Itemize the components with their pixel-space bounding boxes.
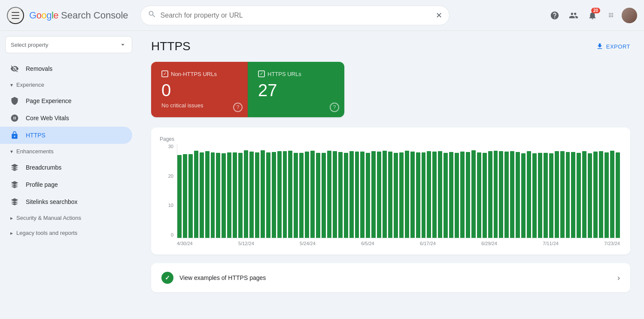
property-label: Select property: [11, 42, 48, 48]
avatar[interactable]: [622, 8, 637, 23]
https-card: HTTPS URLs 27 ?: [248, 62, 344, 117]
chart-bar: [560, 151, 565, 238]
page-title: HTTPS: [151, 39, 191, 53]
property-selector[interactable]: Select property: [5, 36, 132, 53]
non-https-label: Non-HTTPS URLs: [161, 70, 237, 77]
chart-bar: [455, 153, 459, 238]
chart-bar: [488, 151, 492, 238]
chart-bar: [294, 153, 298, 238]
chart-bar: [405, 151, 409, 238]
notifications-button[interactable]: 20: [584, 7, 601, 24]
non-https-card: Non-HTTPS URLs 0 No critical issues ?: [151, 62, 248, 117]
chart-bar: [471, 150, 476, 238]
chart-x-axis: 4/30/24 5/12/24 5/24/24 6/5/24 6/17/24 6…: [177, 238, 620, 246]
https-label: HTTPS URLs: [258, 70, 334, 77]
bottom-card-text: View examples of HTTPS pages: [179, 274, 611, 281]
chart-bar: [272, 152, 276, 238]
chart-bar: [316, 153, 320, 238]
sidebar-item-removals[interactable]: Removals: [0, 60, 132, 77]
chart-bar: [371, 151, 376, 238]
sidebar-section-enhancements[interactable]: ▾ Enhancements: [0, 144, 137, 159]
chart-bar: [527, 151, 531, 238]
sidebar-section-experience[interactable]: ▾ Experience: [0, 77, 137, 92]
x-tick: 7/11/24: [543, 241, 559, 246]
chart-bar: [349, 151, 354, 238]
close-icon[interactable]: ✕: [436, 12, 442, 19]
chart-bar: [521, 153, 526, 238]
sidebar-item-label: Page Experience: [26, 97, 72, 104]
chevron-icon: ▸: [10, 215, 13, 221]
chevron-down-icon: [119, 41, 127, 49]
chart-bar: [377, 152, 381, 238]
download-icon: [596, 43, 604, 50]
x-tick: 6/17/24: [420, 241, 436, 246]
chart-bar: [599, 151, 603, 238]
chart-bar: [327, 151, 331, 238]
chart-bar: [338, 152, 343, 238]
chart-bar: [432, 152, 437, 238]
sidebar-item-page-experience[interactable]: Page Experience: [0, 92, 132, 109]
section-label: Security & Manual Actions: [16, 215, 81, 221]
non-https-value: 0: [161, 81, 237, 100]
help-icon[interactable]: ?: [330, 103, 339, 112]
y-tick: 10: [168, 203, 173, 208]
diamond-icon: [10, 180, 19, 189]
sidebar-section-security[interactable]: ▸ Security & Manual Actions: [0, 210, 137, 225]
diamond-icon: [10, 163, 19, 172]
chart-bar: [438, 151, 442, 238]
sidebar-item-sitelinks-searchbox[interactable]: Sitelinks searchbox: [0, 193, 132, 210]
chart-bar: [588, 153, 592, 238]
chart-bar: [410, 152, 415, 238]
chart-bar: [549, 153, 553, 238]
export-button[interactable]: EXPORT: [596, 43, 630, 50]
chart-bar: [388, 152, 392, 238]
chart-container: Pages 30 20 10 0 4/30/24 5/12/24 5/24/24…: [151, 128, 630, 255]
check-circle-icon: ✓: [161, 272, 173, 284]
chart-bar: [305, 152, 309, 238]
chart-bar: [205, 151, 210, 238]
chart-bar: [577, 153, 581, 238]
chart-bar: [194, 151, 198, 238]
chevron-icon: ▾: [10, 82, 13, 88]
apps-button[interactable]: [603, 7, 620, 24]
chart-bar: [255, 152, 259, 238]
help-icon[interactable]: ?: [233, 103, 243, 112]
chevron-icon: ▾: [10, 149, 13, 155]
chart-bar: [616, 152, 620, 238]
sidebar: Select property Removals ▾ Experience Pa…: [0, 31, 137, 319]
stats-cards: Non-HTTPS URLs 0 No critical issues ? HT…: [151, 62, 344, 117]
sidebar-section-legacy[interactable]: ▸ Legacy tools and reports: [0, 225, 137, 240]
lock-icon: [10, 131, 19, 140]
sidebar-item-core-web-vitals[interactable]: Core Web Vitals: [0, 109, 132, 127]
chart-bar: [266, 152, 270, 238]
sidebar-item-label: Core Web Vitals: [26, 115, 69, 122]
chart-bars: [177, 144, 620, 238]
x-tick: 5/24/24: [300, 241, 316, 246]
main-area: Select property Removals ▾ Experience Pa…: [0, 31, 644, 319]
sidebar-item-breadcrumbs[interactable]: Breadcrumbs: [0, 159, 132, 176]
chart-bar: [310, 151, 315, 238]
chart-bar: [483, 153, 487, 238]
hamburger-button[interactable]: [7, 7, 24, 24]
x-tick: 5/12/24: [238, 241, 254, 246]
chart-bar: [444, 153, 448, 238]
x-tick: 6/29/24: [481, 241, 497, 246]
sidebar-item-https[interactable]: HTTPS: [0, 127, 132, 144]
sidebar-item-label: Sitelinks searchbox: [26, 198, 78, 205]
checkbox-icon: [258, 70, 265, 77]
shield-icon: [10, 97, 19, 105]
search-input[interactable]: [161, 12, 431, 19]
y-tick: 20: [168, 173, 173, 179]
users-button[interactable]: [565, 7, 582, 24]
chart-bar: [422, 152, 426, 238]
chart-bar: [200, 152, 204, 238]
view-examples-link[interactable]: ✓ View examples of HTTPS pages ›: [151, 263, 630, 292]
sidebar-item-label: Profile page: [26, 181, 58, 188]
chart-bar: [188, 154, 193, 238]
top-nav: Google Search Console ✕ 20: [0, 0, 644, 31]
help-button[interactable]: [546, 7, 563, 24]
chart-bar: [427, 151, 431, 238]
chart-area: 4/30/24 5/12/24 5/24/24 6/5/24 6/17/24 6…: [177, 144, 620, 246]
chart-bar: [416, 152, 420, 238]
sidebar-item-profile-page[interactable]: Profile page: [0, 176, 132, 193]
